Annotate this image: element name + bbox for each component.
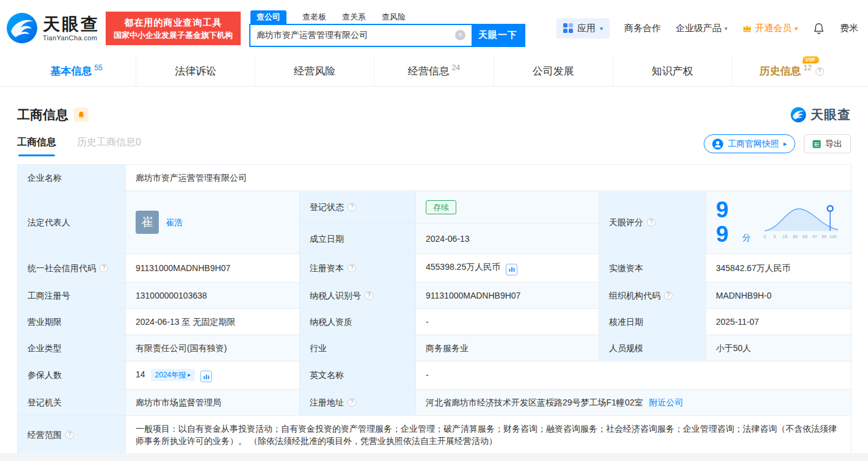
next-section-divider: [0, 453, 868, 461]
tab-label: 经营风险: [294, 64, 335, 78]
help-icon[interactable]: ?: [815, 67, 824, 76]
field-label: 企业类型: [27, 342, 62, 354]
annual-report-label: 2024年报: [155, 369, 186, 380]
subtab-row: 工商信息 历史工商信息0 工商官网快照 ▸ 导出: [17, 134, 851, 158]
tab-count: 24: [452, 64, 460, 72]
field-label: 天眼评分: [609, 216, 643, 228]
tab-label: 知识产权: [652, 64, 693, 78]
tianyancha-logo[interactable]: 天眼查 TianYanCha.com: [6, 12, 100, 44]
legal-rep-avatar[interactable]: 崔: [136, 211, 159, 234]
field-value: 345842.67万人民币: [716, 263, 790, 273]
field-label: 注册地址: [310, 396, 344, 408]
section-title: 工商信息: [17, 106, 68, 123]
tab-label: 经营信息: [408, 64, 450, 78]
table-row-insured: 参保人数 142024年报▸ 英文名称 -: [18, 361, 852, 390]
tab-intellectual-property[interactable]: 知识产权: [613, 56, 732, 86]
score-axis-tick: 100: [830, 234, 837, 239]
help-icon[interactable]: ?: [348, 398, 356, 407]
nav-business-cooperation[interactable]: 商务合作: [624, 23, 661, 34]
search-tab-boss[interactable]: 查老板: [302, 12, 326, 24]
help-icon[interactable]: ?: [664, 291, 673, 300]
field-label: 组织机构代码: [609, 289, 660, 302]
help-icon[interactable]: ?: [365, 291, 373, 300]
business-info-table: 企业名称 廊坊市资产运营管理有限公司 法定代表人 崔 崔浩 登记状态? 存续 天…: [17, 164, 852, 454]
tab-operating-risk[interactable]: 经营风险: [255, 56, 374, 86]
field-label: 行业: [310, 342, 327, 354]
field-label: 成立日期: [310, 233, 344, 245]
field-value: 14: [136, 369, 145, 379]
snapshot-label: 工商官网快照: [728, 139, 779, 150]
capital-structure-icon[interactable]: [506, 264, 517, 275]
chevron-down-icon: ▾: [795, 25, 798, 32]
help-icon[interactable]: ?: [65, 430, 74, 439]
field-label: 企业名称: [27, 172, 62, 184]
tab-legal-proceedings[interactable]: 法律诉讼: [136, 56, 255, 86]
crown-icon: [742, 24, 752, 32]
tab-business-activity[interactable]: 经营信息 24: [374, 56, 493, 86]
nav-fermi[interactable]: 费米: [840, 23, 858, 34]
help-icon[interactable]: ?: [348, 264, 356, 272]
field-value: 131000000103638: [136, 291, 207, 300]
export-button[interactable]: 导出: [804, 134, 851, 153]
field-label: 人员规模: [609, 342, 643, 354]
promo-line-2: 国家中小企业发展子基金旗下机构: [114, 29, 233, 41]
clear-icon[interactable]: ×: [455, 30, 465, 40]
annual-report-badge[interactable]: 2024年报▸: [151, 369, 195, 381]
tab-basic-info[interactable]: 基本信息 55: [17, 56, 136, 86]
status-badge: 存续: [426, 200, 456, 214]
tab-company-development[interactable]: 公司发展: [494, 56, 613, 86]
table-row-authority: 登记机关 廊坊市市场监督管理局 注册地址? 河北省廊坊市经济技术开发区蓝桵路29…: [18, 390, 852, 416]
capital-structure-icon[interactable]: [200, 371, 212, 382]
header-nav: 应用 ▾ 商务合作 企业级产品 ▾ 开通会员 ▾ 费米: [556, 18, 858, 38]
notification-bell-icon[interactable]: [812, 22, 825, 35]
field-value: 有限责任公司(国有独资): [136, 343, 227, 353]
search-button[interactable]: 天眼一下: [472, 25, 524, 46]
search-tabs: 查公司 查老板 查关系 查风险: [249, 10, 525, 24]
legal-rep-link[interactable]: 崔浩: [166, 216, 183, 228]
table-row-legal-rep: 法定代表人 崔 崔浩 登记状态? 存续 天眼评分? 99 分: [18, 191, 852, 223]
table-actions: 工商官网快照 ▸ 导出: [704, 134, 851, 153]
nav-enterprise-products[interactable]: 企业级产品 ▾: [676, 23, 728, 34]
subtab-history-business-info[interactable]: 历史工商信息0: [77, 136, 141, 156]
search-bar: × 天眼一下: [249, 24, 525, 47]
field-label: 参保人数: [27, 369, 62, 381]
search-tab-company[interactable]: 查公司: [250, 10, 286, 24]
vip-label: 开通会员: [755, 23, 792, 34]
field-value: 2024-06-13 至 无固定期限: [136, 317, 235, 327]
promo-banner: 都在用的商业查询工具 国家中小企业发展子基金旗下机构: [106, 12, 241, 45]
main-content: 工商信息 天眼查 工商信息 历史工商信息0: [0, 106, 868, 454]
chevron-down-icon: ▾: [600, 25, 603, 32]
search-tab-risk[interactable]: 查风险: [382, 12, 406, 24]
vip-badge: VIP: [803, 56, 819, 64]
field-label: 登记状态: [310, 201, 344, 213]
search-input[interactable]: [250, 31, 455, 40]
official-snapshot-button[interactable]: 工商官网快照 ▸: [704, 134, 795, 153]
table-row-reg-number: 工商注册号 131000000103638 纳税人识别号? 91131000MA…: [18, 282, 852, 308]
subscribe-bell-icon[interactable]: [74, 107, 89, 122]
field-value: 91131000MADNHB9H07: [426, 291, 520, 300]
tab-count: 12: [803, 64, 811, 72]
tianyancha-logo-icon: [6, 12, 38, 44]
apps-menu-button[interactable]: 应用 ▾: [556, 18, 610, 38]
export-label: 导出: [825, 139, 842, 150]
nearby-companies-link[interactable]: 附近公司: [649, 397, 683, 407]
table-row-business-term: 营业期限 2024-06-13 至 无固定期限 纳税人资质 - 核准日期 202…: [18, 308, 852, 335]
search-tab-relation[interactable]: 查关系: [342, 12, 366, 24]
score-distribution-chart: 0 3 15 50 65 97 99 100: [760, 203, 841, 242]
score-axis-tick: 3: [773, 234, 776, 239]
table-row-company-name: 企业名称 廊坊市资产运营管理有限公司: [18, 165, 852, 191]
field-label: 经营范围: [27, 429, 62, 441]
help-icon[interactable]: ?: [100, 264, 108, 272]
tab-history-info[interactable]: VIP 历史信息 12 ?: [732, 56, 851, 86]
field-value: 河北省廊坊市经济技术开发区蓝桵路29号梦工场F1幢02室: [426, 397, 643, 407]
field-label: 纳税人识别号: [310, 289, 361, 302]
help-icon[interactable]: ?: [348, 203, 356, 211]
nav-open-vip[interactable]: 开通会员 ▾: [742, 23, 798, 34]
tianyan-score[interactable]: 99 分 0 3 15 50 65 97 99: [716, 198, 841, 247]
tab-label: 历史信息: [759, 64, 801, 78]
subtab-business-info[interactable]: 工商信息: [17, 136, 56, 156]
arrow-right-icon: ▸: [783, 140, 787, 148]
grid-icon: [563, 23, 573, 33]
tab-label: 公司发展: [533, 64, 574, 78]
help-icon[interactable]: ?: [647, 218, 655, 227]
